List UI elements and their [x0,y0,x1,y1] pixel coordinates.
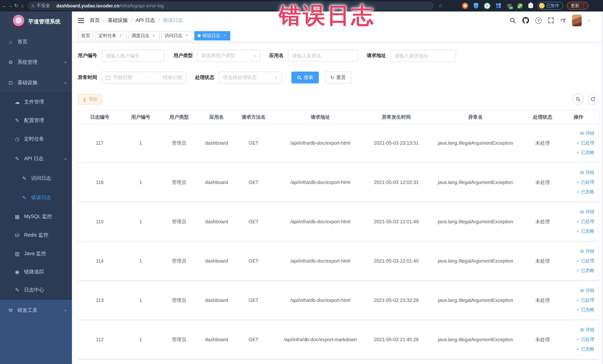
sidebar-item-infra[interactable]: ⊡ 基础设施 ∧ [0,72,72,93]
detail-link[interactable]: 详细 [580,287,594,294]
app-name-input[interactable] [288,50,358,61]
close-icon[interactable]: × [118,33,123,38]
mark-ignored-link[interactable]: ✓已忽略 [577,189,594,195]
fullscreen-icon[interactable] [548,17,554,23]
close-icon[interactable]: × [184,33,189,38]
mark-processed-link[interactable]: ✓已处理 [577,336,594,343]
mark-ignored-link[interactable]: ✓已忽略 [577,267,594,274]
logo-image [12,15,25,28]
tab-access-log[interactable]: 访问日志 × [161,31,192,40]
sidebar-item-dev-tools[interactable]: ⚒ 研发工具 ∨ [0,301,72,320]
sidebar-item-java-monitor[interactable]: ▥ Java 监控 [0,244,72,263]
reload-icon[interactable]: ↻ [13,0,19,12]
target-extension-icon[interactable] [462,3,468,9]
sidebar-item-trace[interactable]: ◉ 链路追踪 [0,263,72,281]
cell-exception-time: 2021-05-02 23:32:28 [369,281,424,320]
process-status-select[interactable]: 请选择处理状态 ∨ [219,71,282,83]
mark-ignored-link[interactable]: ✓已忽略 [577,307,594,313]
bookmark-star-icon[interactable]: ☆ [438,0,443,12]
cell-log-id: 115 [78,202,121,241]
sidebar-item-label: MySQL 监控 [24,213,52,220]
mark-processed-link[interactable]: ✓已处理 [577,179,594,186]
url-path: /infra/log/api-error-log [119,3,164,8]
tab-scheduled-task[interactable]: 定时任务 × [95,31,127,40]
detail-link[interactable]: 详细 [580,130,594,137]
cell-request-url: /api/infra/db-doc/export-html [272,163,369,202]
mark-ignored-link[interactable]: ✓已忽略 [577,346,594,352]
browser-home-icon[interactable]: ⌂ [19,0,25,12]
sidebar-item-api-log[interactable]: ✎ API 日志 ∧ [0,148,72,169]
cell-actions: 详细 ✓已处理 ✓已忽略 [558,320,599,359]
sidebar-item-error-log[interactable]: ✎ 错误日志 [0,188,72,207]
puzzle-extension-icon[interactable] [528,3,533,8]
address-bar[interactable]: ⚠ 不安全 dashboard.yudao.iocoder.cn/infra/l… [27,1,434,10]
search-button[interactable]: 搜索 [291,71,319,83]
detail-link[interactable]: 详细 [580,209,594,215]
sidebar-item-scheduled-task[interactable]: ◷ 定时任务 [0,130,72,148]
avatar[interactable] [572,14,582,26]
mark-processed-link[interactable]: ✓已处理 [577,140,594,146]
app-logo[interactable]: 芋道管理系统 [0,12,72,32]
page-scrollbar[interactable] [602,12,603,364]
toggle-search-button[interactable] [572,94,584,105]
reset-button[interactable]: ↻ 重置 [325,71,351,83]
mark-processed-link[interactable]: ✓已处理 [577,297,594,303]
sidebar-item-system[interactable]: ⚙ 系统管理 ∨ [0,52,72,72]
help-icon[interactable]: ? [535,17,542,23]
range-separator: - [135,75,160,80]
sidebar-item-log-center[interactable]: ✎ 日志中心 [0,281,72,299]
breadcrumb-api-log[interactable]: API 日志 [136,17,155,24]
green-check-extension-icon[interactable]: V [484,2,490,9]
sidebar-item-label: 基础设施 [17,79,37,86]
update-button[interactable]: 更新 ⋮ [567,2,588,10]
reset-button-label: 重置 [336,74,346,81]
forward-icon[interactable]: → [7,0,13,12]
breadcrumb-infra[interactable]: 基础设施 [108,17,128,24]
sidebar-collapse-icon[interactable] [78,18,84,23]
profile-chip[interactable]: 已暂停 [538,2,563,10]
request-url-input[interactable] [390,50,456,61]
breadcrumb-home[interactable]: 首页 [90,17,100,24]
sidebar-item-file-manage[interactable]: ☁ 文件管理 [0,93,72,111]
tab-error-log[interactable]: 错误日志 × [194,31,230,40]
sidebar-item-mysql-monitor[interactable]: ▦ MySQL 监控 [0,207,72,226]
check-icon: ✓ [577,150,580,155]
exception-time-range-picker[interactable]: 开始日期 - 结束日期 [102,71,186,83]
screen-icon: ▥ [14,251,20,257]
detail-link[interactable]: 详细 [580,248,594,254]
mark-ignored-link[interactable]: ✓已忽略 [577,228,594,234]
cell-user-id: 1 [121,241,160,281]
kebab-menu-icon[interactable]: ⋮ [581,3,586,8]
back-icon[interactable]: ← [1,0,7,12]
leaf-extension-icon[interactable] [518,3,523,8]
font-size-icon[interactable]: TT [560,17,566,23]
sidebar-item-access-log[interactable]: ✎ 访问日志 [0,169,72,188]
refresh-table-button[interactable] [587,94,599,105]
mark-ignored-link[interactable]: ✓已忽略 [577,150,594,156]
grid-extension-icon[interactable] [496,3,501,8]
search-icon[interactable] [510,17,516,23]
sidebar-item-label: 研发工具 [17,307,37,314]
user-id-input[interactable] [102,50,165,61]
export-button[interactable]: 导出 [78,94,102,104]
chevron-down-icon[interactable]: ▾ [588,18,590,23]
detail-link[interactable]: 详细 [580,327,594,333]
close-icon[interactable]: × [151,33,156,38]
tab-home[interactable]: 首页 [78,31,93,40]
extension-toolbar: V on [462,2,533,9]
github-icon[interactable] [522,17,529,24]
user-type-select[interactable]: 请选择用户类型 ∨ [197,50,260,61]
sidebar-item-redis-monitor[interactable]: ⛁ Redis 监控 [0,226,72,244]
on-switch-extension-icon[interactable]: on [507,4,512,8]
sidebar-item-config-manage[interactable]: ✎ 配置管理 [0,111,72,130]
sidebar-item-home[interactable]: ⌂ 首页 [0,32,72,52]
shield-extension-icon[interactable] [474,3,478,9]
cell-user-id: 1 [121,202,160,241]
cell-exception-time: 2021-05-03 12:01:49 [369,202,424,241]
detail-link[interactable]: 详细 [580,169,594,176]
mark-processed-link[interactable]: ✓已处理 [577,218,594,225]
tab-schedule-log[interactable]: 调度日志 × [128,31,159,40]
mark-processed-link[interactable]: ✓已处理 [577,258,594,264]
close-icon[interactable]: × [222,33,227,38]
end-date-placeholder: 结束日期 [163,74,182,81]
